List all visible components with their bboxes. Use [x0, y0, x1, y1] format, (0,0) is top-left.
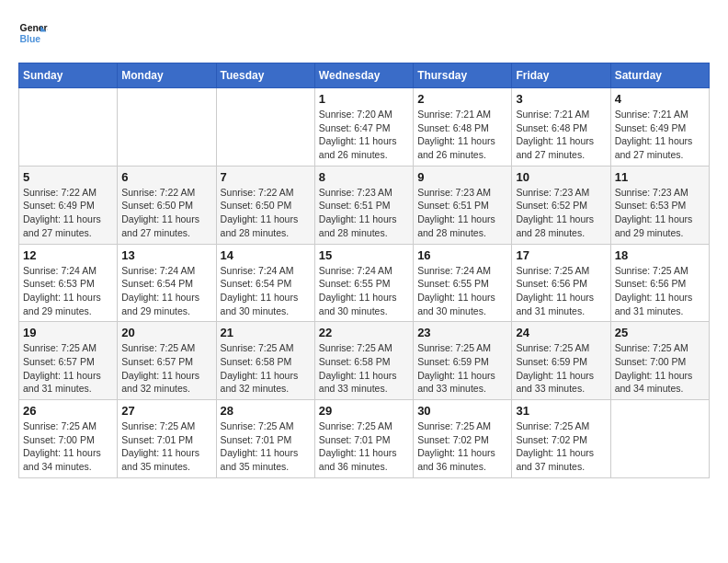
calendar-cell: 4Sunrise: 7:21 AM Sunset: 6:49 PM Daylig… — [610, 88, 709, 167]
calendar-cell: 9Sunrise: 7:23 AM Sunset: 6:51 PM Daylig… — [414, 166, 512, 244]
calendar-cell: 30Sunrise: 7:25 AM Sunset: 7:02 PM Dayli… — [414, 400, 512, 478]
day-number: 14 — [221, 248, 311, 262]
logo: General Blue — [18, 18, 53, 48]
calendar-cell: 3Sunrise: 7:21 AM Sunset: 6:48 PM Daylig… — [512, 88, 610, 167]
day-info: Sunrise: 7:25 AM Sunset: 7:01 PM Dayligh… — [121, 419, 211, 474]
day-number: 21 — [221, 326, 311, 339]
weekday-header-friday: Friday — [512, 63, 610, 88]
calendar-cell: 1Sunrise: 7:20 AM Sunset: 6:47 PM Daylig… — [314, 88, 413, 167]
calendar-table: SundayMondayTuesdayWednesdayThursdayFrid… — [18, 63, 710, 478]
day-number: 13 — [121, 248, 211, 262]
day-number: 22 — [319, 326, 409, 339]
calendar-cell: 11Sunrise: 7:23 AM Sunset: 6:53 PM Dayli… — [610, 166, 709, 244]
weekday-header-monday: Monday — [118, 63, 216, 88]
day-info: Sunrise: 7:25 AM Sunset: 7:01 PM Dayligh… — [319, 419, 409, 474]
calendar-cell: 24Sunrise: 7:25 AM Sunset: 6:59 PM Dayli… — [512, 322, 610, 400]
day-number: 2 — [417, 92, 507, 106]
day-number: 31 — [516, 404, 606, 418]
calendar-cell — [118, 88, 216, 167]
calendar-cell: 31Sunrise: 7:25 AM Sunset: 7:02 PM Dayli… — [512, 400, 610, 478]
calendar-cell — [610, 400, 709, 478]
day-number: 12 — [23, 248, 113, 262]
day-info: Sunrise: 7:22 AM Sunset: 6:50 PM Dayligh… — [221, 186, 311, 240]
day-number: 30 — [417, 404, 507, 418]
day-info: Sunrise: 7:24 AM Sunset: 6:55 PM Dayligh… — [417, 264, 507, 318]
day-number: 9 — [417, 170, 507, 184]
weekday-header-tuesday: Tuesday — [216, 63, 314, 88]
day-number: 29 — [319, 404, 409, 418]
page-header: General Blue — [18, 18, 710, 48]
calendar-week-row: 26Sunrise: 7:25 AM Sunset: 7:00 PM Dayli… — [19, 400, 710, 478]
weekday-header-thursday: Thursday — [414, 63, 512, 88]
calendar-cell: 10Sunrise: 7:23 AM Sunset: 6:52 PM Dayli… — [512, 166, 610, 244]
day-number: 8 — [319, 170, 409, 184]
calendar-week-row: 19Sunrise: 7:25 AM Sunset: 6:57 PM Dayli… — [19, 322, 710, 400]
calendar-cell: 17Sunrise: 7:25 AM Sunset: 6:56 PM Dayli… — [512, 244, 610, 322]
calendar-cell: 13Sunrise: 7:24 AM Sunset: 6:54 PM Dayli… — [118, 244, 216, 322]
calendar-cell: 16Sunrise: 7:24 AM Sunset: 6:55 PM Dayli… — [414, 244, 512, 322]
day-info: Sunrise: 7:25 AM Sunset: 7:00 PM Dayligh… — [615, 341, 705, 396]
day-info: Sunrise: 7:25 AM Sunset: 7:02 PM Dayligh… — [417, 419, 507, 474]
day-number: 4 — [615, 92, 705, 106]
calendar-cell: 2Sunrise: 7:21 AM Sunset: 6:48 PM Daylig… — [414, 88, 512, 167]
weekday-header-wednesday: Wednesday — [314, 63, 413, 88]
calendar-cell: 14Sunrise: 7:24 AM Sunset: 6:54 PM Dayli… — [216, 244, 314, 322]
weekday-header-sunday: Sunday — [19, 63, 118, 88]
logo-icon: General Blue — [18, 18, 48, 48]
calendar-cell: 21Sunrise: 7:25 AM Sunset: 6:58 PM Dayli… — [216, 322, 314, 400]
day-info: Sunrise: 7:25 AM Sunset: 6:58 PM Dayligh… — [319, 341, 409, 396]
day-info: Sunrise: 7:25 AM Sunset: 6:59 PM Dayligh… — [516, 341, 606, 396]
day-info: Sunrise: 7:25 AM Sunset: 7:02 PM Dayligh… — [516, 419, 606, 474]
calendar-cell: 7Sunrise: 7:22 AM Sunset: 6:50 PM Daylig… — [216, 166, 314, 244]
calendar-cell: 23Sunrise: 7:25 AM Sunset: 6:59 PM Dayli… — [414, 322, 512, 400]
day-info: Sunrise: 7:25 AM Sunset: 6:58 PM Dayligh… — [221, 341, 311, 396]
day-info: Sunrise: 7:25 AM Sunset: 6:59 PM Dayligh… — [417, 341, 507, 396]
day-number: 25 — [615, 326, 705, 339]
day-number: 15 — [319, 248, 409, 262]
calendar-week-row: 1Sunrise: 7:20 AM Sunset: 6:47 PM Daylig… — [19, 88, 710, 167]
day-info: Sunrise: 7:25 AM Sunset: 6:56 PM Dayligh… — [615, 264, 705, 318]
calendar-cell: 25Sunrise: 7:25 AM Sunset: 7:00 PM Dayli… — [610, 322, 709, 400]
calendar-cell: 15Sunrise: 7:24 AM Sunset: 6:55 PM Dayli… — [314, 244, 413, 322]
day-info: Sunrise: 7:25 AM Sunset: 6:57 PM Dayligh… — [23, 341, 113, 396]
day-number: 16 — [417, 248, 507, 262]
calendar-cell: 18Sunrise: 7:25 AM Sunset: 6:56 PM Dayli… — [610, 244, 709, 322]
day-number: 20 — [121, 326, 211, 339]
calendar-cell: 12Sunrise: 7:24 AM Sunset: 6:53 PM Dayli… — [19, 244, 118, 322]
day-number: 10 — [516, 170, 606, 184]
calendar-cell: 27Sunrise: 7:25 AM Sunset: 7:01 PM Dayli… — [118, 400, 216, 478]
day-info: Sunrise: 7:25 AM Sunset: 6:57 PM Dayligh… — [121, 341, 211, 396]
calendar-cell: 20Sunrise: 7:25 AM Sunset: 6:57 PM Dayli… — [118, 322, 216, 400]
day-info: Sunrise: 7:24 AM Sunset: 6:54 PM Dayligh… — [221, 264, 311, 318]
day-number: 3 — [516, 92, 606, 106]
day-number: 7 — [221, 170, 311, 184]
calendar-cell — [19, 88, 118, 167]
day-info: Sunrise: 7:22 AM Sunset: 6:50 PM Dayligh… — [121, 186, 211, 240]
day-number: 28 — [221, 404, 311, 418]
day-info: Sunrise: 7:24 AM Sunset: 6:54 PM Dayligh… — [121, 264, 211, 318]
calendar-cell — [216, 88, 314, 167]
day-info: Sunrise: 7:23 AM Sunset: 6:51 PM Dayligh… — [417, 186, 507, 240]
day-info: Sunrise: 7:21 AM Sunset: 6:49 PM Dayligh… — [615, 108, 705, 162]
calendar-cell: 19Sunrise: 7:25 AM Sunset: 6:57 PM Dayli… — [19, 322, 118, 400]
day-info: Sunrise: 7:24 AM Sunset: 6:55 PM Dayligh… — [319, 264, 409, 318]
day-number: 1 — [319, 92, 409, 106]
day-info: Sunrise: 7:25 AM Sunset: 7:00 PM Dayligh… — [23, 419, 113, 474]
calendar-cell: 26Sunrise: 7:25 AM Sunset: 7:00 PM Dayli… — [19, 400, 118, 478]
svg-text:Blue: Blue — [20, 34, 41, 44]
weekday-header-row: SundayMondayTuesdayWednesdayThursdayFrid… — [19, 63, 710, 88]
day-number: 19 — [23, 326, 113, 339]
calendar-cell: 28Sunrise: 7:25 AM Sunset: 7:01 PM Dayli… — [216, 400, 314, 478]
day-info: Sunrise: 7:20 AM Sunset: 6:47 PM Dayligh… — [319, 108, 409, 162]
day-info: Sunrise: 7:23 AM Sunset: 6:52 PM Dayligh… — [516, 186, 606, 240]
day-number: 5 — [23, 170, 113, 184]
calendar-cell: 8Sunrise: 7:23 AM Sunset: 6:51 PM Daylig… — [314, 166, 413, 244]
day-info: Sunrise: 7:21 AM Sunset: 6:48 PM Dayligh… — [516, 108, 606, 162]
day-info: Sunrise: 7:23 AM Sunset: 6:51 PM Dayligh… — [319, 186, 409, 240]
calendar-week-row: 5Sunrise: 7:22 AM Sunset: 6:49 PM Daylig… — [19, 166, 710, 244]
day-number: 27 — [121, 404, 211, 418]
day-info: Sunrise: 7:23 AM Sunset: 6:53 PM Dayligh… — [615, 186, 705, 240]
day-number: 24 — [516, 326, 606, 339]
day-info: Sunrise: 7:25 AM Sunset: 6:56 PM Dayligh… — [516, 264, 606, 318]
day-info: Sunrise: 7:25 AM Sunset: 7:01 PM Dayligh… — [221, 419, 311, 474]
